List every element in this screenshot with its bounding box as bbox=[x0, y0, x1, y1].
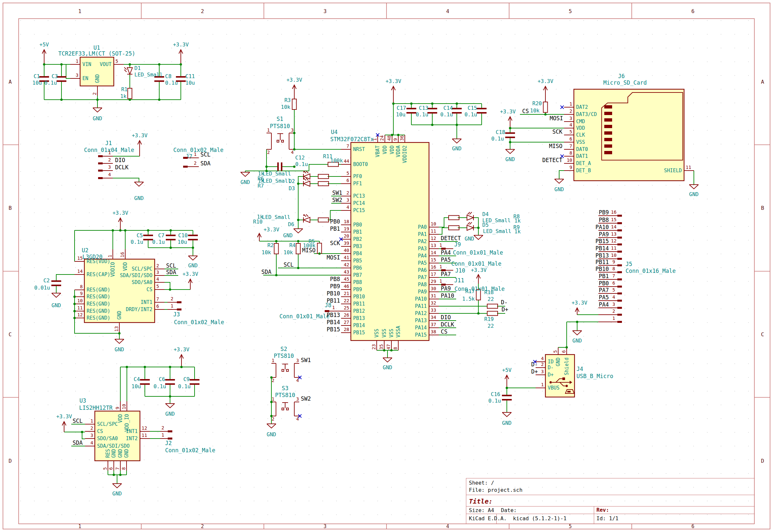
value-label: LED_Small bbox=[483, 228, 512, 234]
pin-number: 7 bbox=[570, 143, 572, 149]
junction bbox=[509, 141, 511, 143]
net-label-pa7[interactable]: PA7 bbox=[441, 271, 451, 277]
net-label-pa4[interactable]: PA4 bbox=[441, 249, 451, 256]
pin-number: 11 bbox=[431, 228, 436, 234]
net-label-miso[interactable]: MISO bbox=[549, 143, 563, 149]
pin-number: 7 bbox=[156, 296, 159, 302]
pin-name: Shield bbox=[564, 357, 570, 375]
net-label-pb13[interactable]: PB13 bbox=[596, 252, 609, 259]
net-label-dclk[interactable]: DCLK bbox=[115, 164, 129, 171]
net-label-pb9[interactable]: PB9 bbox=[599, 209, 609, 216]
net-label-dio[interactable]: DIO bbox=[115, 157, 125, 163]
net-label-pb8[interactable]: PB8 bbox=[330, 276, 340, 282]
net-label-d+[interactable]: D+ bbox=[502, 306, 508, 313]
net-label-scl[interactable]: SCL bbox=[166, 262, 176, 269]
net-label-pa10[interactable]: PA10 bbox=[596, 224, 609, 230]
net-label-scl[interactable]: SCL bbox=[200, 151, 210, 158]
net-label-sda[interactable]: SDA bbox=[261, 269, 271, 275]
value-label: 0.1u bbox=[153, 383, 166, 390]
pin-number: 12 bbox=[77, 312, 83, 317]
pin-number: 8 bbox=[80, 284, 83, 289]
net-label-pb15[interactable]: PB15 bbox=[327, 326, 340, 333]
pin-number: 3 bbox=[76, 73, 78, 78]
junction bbox=[293, 148, 295, 150]
net-label-pa10[interactable]: PA10 bbox=[441, 292, 454, 299]
net-label-scl[interactable]: SCL bbox=[283, 261, 294, 268]
pin-number: 16 bbox=[611, 209, 617, 215]
net-label-mosi[interactable]: MOSI bbox=[327, 254, 340, 261]
net-label-sw2[interactable]: SW2 bbox=[332, 197, 342, 203]
pin-pad bbox=[617, 251, 622, 253]
pin-name: DET_B bbox=[576, 168, 591, 174]
value-label: 22 bbox=[488, 323, 494, 329]
net-label-dio[interactable]: DIO bbox=[441, 314, 451, 321]
net-label-pb8[interactable]: PB8 bbox=[599, 217, 609, 223]
size-field: Size: A4 bbox=[469, 507, 494, 513]
net-label-detect[interactable]: DETECT bbox=[543, 157, 563, 163]
pin-name: PC14 bbox=[353, 200, 365, 206]
pin-number: 32 bbox=[431, 300, 436, 306]
pin-name: PA4 bbox=[418, 253, 427, 259]
power-label: +3.3V bbox=[174, 346, 190, 353]
pin-pad bbox=[617, 292, 622, 294]
net-label-sck[interactable]: SCK bbox=[330, 240, 340, 246]
pin-name: VSS bbox=[389, 329, 395, 338]
net-label-pa4[interactable]: PA4 bbox=[599, 301, 609, 308]
net-label-pa7[interactable]: PA7 bbox=[599, 287, 609, 293]
net-label-pb0[interactable]: PB0 bbox=[599, 280, 609, 287]
net-label-pa9[interactable]: PA9 bbox=[599, 231, 609, 238]
power-label: GND bbox=[555, 186, 564, 192]
net-label-pb10[interactable]: PB10 bbox=[596, 266, 609, 272]
pin-number: 2 bbox=[272, 416, 274, 422]
pin-number: 4 bbox=[346, 205, 349, 210]
ref-label: J4 bbox=[577, 366, 583, 372]
net-label-pb1[interactable]: PB1 bbox=[599, 273, 609, 279]
component-U2[interactable]: U2L3GD2015RES(VDD)14RES(CAP)8RES(GND)9RE… bbox=[75, 247, 164, 332]
net-label-pb15[interactable]: PB15 bbox=[596, 238, 609, 244]
net-label-pb14[interactable]: PB14 bbox=[596, 245, 609, 252]
value-label: Conn_01x01_Male bbox=[451, 260, 502, 267]
value-label: LED_Small bbox=[262, 214, 290, 220]
pin-name: PA8 bbox=[418, 282, 427, 288]
net-label-pa5[interactable]: PA5 bbox=[441, 257, 451, 263]
net-label-sda[interactable]: SDA bbox=[73, 440, 83, 446]
net-label-pa5[interactable]: PA5 bbox=[599, 294, 609, 301]
net-label-sw1[interactable]: SW1 bbox=[301, 357, 311, 363]
pin-name: PB7 bbox=[353, 272, 362, 278]
net-label-pa9[interactable]: PA9 bbox=[441, 285, 451, 292]
net-label-pb13[interactable]: PB13 bbox=[327, 312, 340, 318]
pin-name: RES(VDD) bbox=[87, 258, 110, 264]
net-label-detect[interactable]: DETECT bbox=[441, 235, 461, 241]
net-label-scl[interactable]: SCL bbox=[73, 418, 83, 424]
value-label: 1k bbox=[514, 228, 521, 235]
net-label-cs[interactable]: CS bbox=[522, 108, 529, 114]
net-label-pb9[interactable]: PB9 bbox=[330, 283, 340, 290]
net-label-dclk[interactable]: DCLK bbox=[441, 321, 455, 328]
net-label-pb1[interactable]: PB1 bbox=[330, 225, 340, 232]
net-label-pb11[interactable]: PB11 bbox=[596, 259, 609, 265]
component-J6[interactable]: J6Micro_SD_Card1DAT22DAT3/CD3CMD4VDD5CLK… bbox=[564, 73, 694, 181]
net-label-d+[interactable]: D+ bbox=[531, 368, 538, 375]
net-label-sda[interactable]: SDA bbox=[166, 269, 176, 275]
power-label: GND bbox=[267, 431, 276, 438]
net-label-sck[interactable]: SCK bbox=[552, 128, 563, 135]
net-label-pb11[interactable]: PB11 bbox=[327, 297, 340, 304]
net-label-miso[interactable]: MISO bbox=[302, 247, 315, 254]
ref-label: C6 bbox=[159, 376, 165, 382]
net-label-sw1[interactable]: SW1 bbox=[332, 190, 342, 196]
net-label-pb14[interactable]: PB14 bbox=[327, 319, 340, 325]
pin-name: PA9 bbox=[418, 289, 427, 295]
net-label-sda[interactable]: SDA bbox=[200, 160, 210, 167]
component-U4[interactable]: U4STM32F072C8Tx7NRST44BOOT05PF06PF12PC13… bbox=[330, 129, 439, 350]
net-label-pb10[interactable]: PB10 bbox=[327, 290, 340, 297]
net-label-mosi[interactable]: MOSI bbox=[550, 115, 563, 122]
net-label-pb0[interactable]: PB0 bbox=[330, 218, 340, 225]
net-label-d-[interactable]: D- bbox=[501, 299, 508, 306]
power-label: +3.3V bbox=[132, 132, 148, 139]
value-label: PTS810 bbox=[275, 392, 295, 398]
schematic-canvas[interactable]: 112233445566AABBCCDD +5V+3.3V+3.3V+3.3V+… bbox=[0, 0, 773, 532]
pin-number: 11 bbox=[77, 305, 83, 310]
net-label-sw2[interactable]: SW2 bbox=[301, 395, 311, 402]
pin-number: 2 bbox=[541, 362, 544, 367]
net-label-cs[interactable]: CS bbox=[441, 328, 447, 335]
